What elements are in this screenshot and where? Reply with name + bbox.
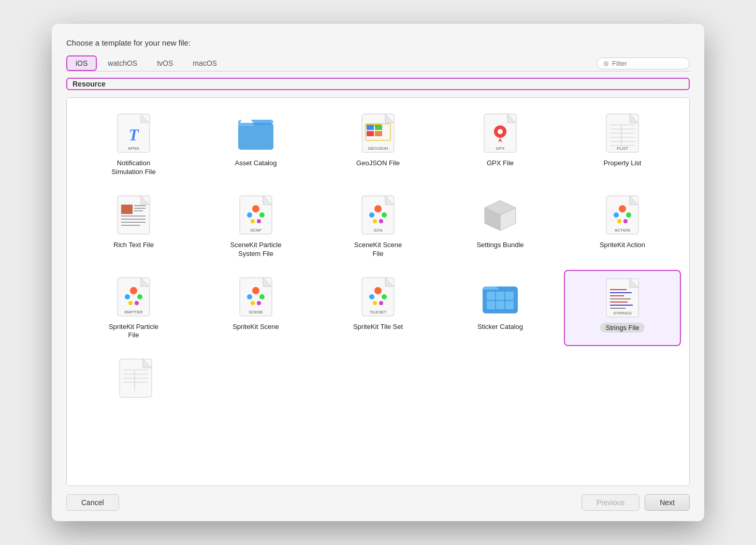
svg-rect-94 [487, 292, 495, 300]
svg-point-91 [379, 301, 383, 305]
scnp-icon: SCNP [235, 194, 277, 236]
svg-point-87 [374, 287, 382, 294]
tab-macos[interactable]: macOS [184, 56, 226, 70]
svg-text:PLIST: PLIST [617, 146, 628, 151]
svg-text:GEOJSON: GEOJSON [368, 146, 388, 151]
item-geojson[interactable]: GEOJSON GeoJSON File [319, 106, 437, 183]
svg-point-67 [623, 219, 628, 223]
svg-point-19 [498, 129, 503, 134]
item-spritekit-scene-label: SpriteKit Scene [232, 323, 279, 332]
svg-text:APNS: APNS [128, 146, 139, 151]
strings-dict-icon [115, 357, 156, 399]
item-rich-text-label: Rich Text File [113, 241, 154, 250]
svg-point-53 [369, 212, 374, 218]
new-file-dialog: Choose a template for your new file: iOS… [52, 24, 704, 521]
item-spritekit-scene[interactable]: SCENE SpriteKit Scene [197, 270, 314, 347]
svg-point-63 [619, 205, 626, 212]
svg-point-45 [247, 212, 252, 218]
filter-input[interactable] [612, 60, 679, 67]
svg-rect-97 [487, 301, 495, 309]
item-scn-label: SceneKit SceneFile [354, 241, 402, 259]
content-area: T APNS NotificationSimulation File [66, 97, 690, 486]
item-rich-text[interactable]: Rich Text File [75, 188, 192, 265]
svg-point-83 [257, 301, 261, 305]
svg-point-82 [251, 301, 255, 305]
scn-icon: SCN [357, 194, 399, 236]
svg-point-79 [252, 287, 259, 294]
svg-rect-99 [505, 301, 514, 309]
svg-text:SCNP: SCNP [250, 228, 261, 233]
svg-point-75 [135, 301, 139, 305]
spritekit-scene-icon: SCENE [235, 276, 277, 318]
emitter-icon: EMITTER [113, 276, 154, 318]
svg-point-65 [626, 212, 631, 218]
item-tileset-label: SpriteKit Tile Set [353, 323, 403, 332]
svg-point-47 [251, 219, 255, 223]
item-sticker-catalog[interactable]: Sticker Catalog [442, 270, 559, 347]
settings-icon [479, 194, 521, 236]
svg-point-81 [259, 294, 265, 299]
gpx-icon: GPX [479, 112, 521, 154]
svg-point-71 [130, 287, 137, 294]
section-label: Resource [66, 78, 690, 90]
svg-text:ACTION: ACTION [615, 228, 630, 233]
sticker-catalog-icon [479, 276, 521, 318]
action-icon: ACTION [602, 194, 643, 236]
svg-rect-13 [367, 131, 374, 136]
tab-tvos[interactable]: tvOS [148, 56, 182, 70]
item-strings[interactable]: STRINGS Strings File [564, 270, 681, 347]
svg-text:STRINGS: STRINGS [613, 311, 632, 315]
svg-text:EMITTER: EMITTER [124, 310, 142, 314]
item-apns[interactable]: T APNS NotificationSimulation File [75, 106, 192, 183]
dialog-footer: Cancel Previous Next [66, 494, 690, 511]
item-tileset[interactable]: TILESET SpriteKit Tile Set [319, 270, 437, 347]
strings-icon: STRINGS [602, 277, 643, 319]
plist-icon: PLIST [602, 112, 643, 154]
item-apns-label: NotificationSimulation File [111, 159, 155, 177]
svg-point-44 [252, 205, 259, 212]
next-button[interactable]: Next [645, 494, 690, 511]
cancel-button[interactable]: Cancel [66, 494, 119, 511]
svg-point-88 [369, 294, 374, 299]
item-asset-catalog-label: Asset Catalog [235, 159, 277, 168]
svg-point-89 [382, 294, 387, 299]
platform-tab-bar: iOS watchOS tvOS macOS ⊜ [66, 55, 690, 71]
svg-point-74 [128, 301, 133, 305]
item-gpx[interactable]: GPX GPX File [442, 106, 559, 183]
svg-rect-6 [238, 125, 273, 150]
svg-point-66 [617, 219, 621, 223]
svg-rect-96 [505, 292, 514, 300]
item-plist[interactable]: PLIST Property List [564, 106, 681, 183]
svg-point-72 [125, 294, 130, 299]
svg-point-46 [259, 212, 265, 218]
filter-wrapper: ⊜ [597, 58, 690, 69]
tileset-icon: TILESET [357, 276, 399, 318]
geojson-icon: GEOJSON [357, 112, 399, 154]
item-asset-catalog[interactable]: Asset Catalog [197, 106, 314, 183]
asset-catalog-icon [235, 112, 277, 154]
svg-rect-12 [375, 125, 382, 130]
item-settings[interactable]: Settings Bundle [442, 188, 559, 265]
item-emitter-label: SpriteKit ParticleFile [109, 323, 158, 340]
nav-buttons: Previous Next [581, 494, 690, 511]
previous-button[interactable]: Previous [581, 494, 639, 511]
svg-text:GPX: GPX [496, 146, 505, 151]
svg-point-64 [614, 212, 619, 218]
item-scn[interactable]: SCN SceneKit SceneFile [319, 188, 437, 265]
tab-watchos[interactable]: watchOS [99, 56, 146, 70]
item-scnp-label: SceneKit ParticleSystem File [230, 241, 282, 259]
item-strings-dict[interactable] [75, 351, 196, 410]
filter-icon: ⊜ [603, 60, 609, 67]
item-action[interactable]: ACTION SpriteKit Action [564, 188, 681, 265]
svg-rect-11 [367, 125, 374, 130]
svg-point-73 [137, 294, 142, 299]
svg-point-52 [374, 205, 382, 212]
items-grid: T APNS NotificationSimulation File [75, 106, 681, 346]
svg-point-48 [257, 219, 261, 223]
svg-point-56 [379, 219, 383, 223]
item-scnp[interactable]: SCNP SceneKit ParticleSystem File [197, 188, 314, 265]
tab-ios[interactable]: iOS [66, 55, 97, 71]
item-emitter[interactable]: EMITTER SpriteKit ParticleFile [75, 270, 192, 347]
dialog-title: Choose a template for your new file: [66, 38, 690, 47]
item-plist-label: Property List [604, 159, 642, 168]
